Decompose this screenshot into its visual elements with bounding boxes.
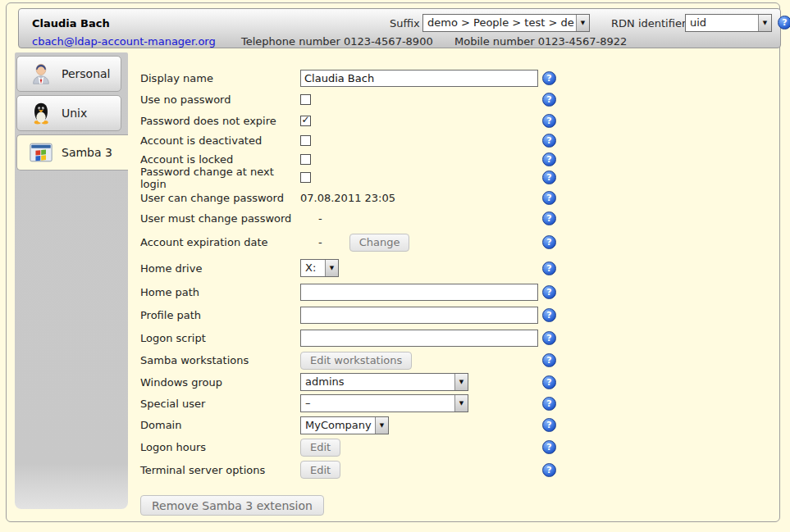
field-label: Account is deactivated: [140, 134, 300, 147]
edit-terminal-server-button[interactable]: Edit: [300, 461, 340, 479]
field-label: Use no password: [140, 93, 300, 106]
password-does-not-expire-checkbox[interactable]: [300, 116, 311, 126]
domain-value: MyCompany: [301, 417, 375, 434]
help-icon[interactable]: ?: [542, 418, 556, 432]
form-row-display-name: Display name ?: [140, 67, 575, 89]
form-row-user-must-change-password: User must change password - ?: [140, 208, 575, 229]
home-path-input[interactable]: [300, 284, 538, 301]
password-change-next-login-checkbox[interactable]: [300, 172, 311, 183]
suffix-label: Suffix: [390, 17, 420, 30]
form-row-windows-group: Windows group admins ▼ ?: [140, 371, 575, 393]
form-row-use-no-password: Use no password ?: [140, 89, 575, 110]
tab-unix-label: Unix: [62, 107, 87, 120]
help-icon[interactable]: ?: [542, 134, 556, 148]
help-icon[interactable]: ?: [778, 16, 790, 30]
dropdown-arrow-icon[interactable]: ▼: [454, 395, 468, 412]
field-label: Home path: [140, 286, 300, 298]
help-icon[interactable]: ?: [542, 235, 556, 249]
dropdown-arrow-icon[interactable]: ▼: [454, 374, 468, 390]
samba3-form: Display name ? Use no password ? Passwor…: [140, 67, 575, 516]
help-icon[interactable]: ?: [542, 331, 556, 345]
telephone-value: 0123-4567-8900: [344, 35, 433, 48]
field-label: Password change at next login: [140, 166, 300, 190]
form-row-logon-script: Logon script ?: [140, 326, 575, 349]
account-locked-checkbox[interactable]: [300, 154, 311, 165]
domain-select[interactable]: MyCompany ▼: [300, 416, 389, 434]
dropdown-arrow-icon[interactable]: ▼: [758, 15, 771, 31]
use-no-password-checkbox[interactable]: [300, 94, 311, 105]
form-row-special-user: Special user – ▼ ?: [140, 393, 575, 414]
tab-samba3-label: Samba 3: [62, 146, 112, 159]
tab-personal[interactable]: Personal: [16, 56, 121, 92]
help-icon[interactable]: ?: [542, 71, 556, 85]
must-change-password-value: -: [318, 212, 322, 225]
windows-icon: [29, 140, 53, 165]
field-label: Windows group: [140, 376, 300, 389]
field-label: Password does not expire: [140, 115, 300, 127]
home-drive-value: X:: [301, 260, 325, 276]
form-row-domain: Domain MyCompany ▼ ?: [140, 414, 575, 436]
account-title: Claudia Bach: [32, 17, 110, 30]
help-icon[interactable]: ?: [542, 440, 556, 454]
field-label: Special user: [140, 398, 300, 410]
field-label: Display name: [140, 72, 300, 84]
help-icon[interactable]: ?: [542, 114, 556, 128]
windows-group-select[interactable]: admins ▼: [300, 373, 468, 391]
edit-logon-hours-button[interactable]: Edit: [300, 439, 340, 457]
help-icon[interactable]: ?: [542, 308, 556, 322]
field-label: Samba workstations: [140, 354, 300, 366]
field-label: User must change password: [140, 212, 300, 225]
dropdown-arrow-icon[interactable]: ▼: [375, 417, 388, 434]
help-icon[interactable]: ?: [542, 211, 556, 225]
help-icon[interactable]: ?: [542, 261, 556, 275]
profile-path-input[interactable]: [300, 307, 538, 324]
tab-unix[interactable]: Unix: [16, 95, 121, 131]
suffix-select[interactable]: demo > People > test > de ▼: [422, 14, 590, 32]
email-link[interactable]: cbach@ldap-account-manager.org: [32, 35, 216, 48]
form-row-terminal-server: Terminal server options Edit ?: [140, 458, 575, 481]
help-icon[interactable]: ?: [542, 93, 556, 107]
help-icon[interactable]: ?: [542, 375, 556, 389]
tab-personal-label: Personal: [62, 67, 111, 80]
form-row-account-expiration: Account expiration date - Change ?: [140, 229, 575, 256]
field-label: Terminal server options: [140, 464, 300, 476]
help-icon[interactable]: ?: [542, 152, 556, 166]
display-name-input[interactable]: [300, 70, 538, 87]
help-icon[interactable]: ?: [542, 463, 556, 477]
account-deactivated-checkbox[interactable]: [300, 135, 311, 146]
rdn-identifier-select[interactable]: uid ▼: [685, 14, 772, 32]
account-header: Claudia Bach cbach@ldap-account-manager.…: [18, 8, 781, 48]
expiration-date-value: -: [318, 236, 322, 248]
help-icon[interactable]: ?: [542, 285, 556, 299]
help-icon[interactable]: ?: [542, 171, 556, 184]
remove-samba3-extension-button[interactable]: Remove Samba 3 extension: [140, 495, 324, 516]
logon-script-input[interactable]: [300, 330, 538, 347]
form-row-home-path: Home path ?: [140, 280, 575, 303]
field-label: Profile path: [140, 309, 300, 321]
home-drive-select[interactable]: X: ▼: [300, 259, 339, 277]
telephone-label: Telephone number: [241, 35, 340, 48]
help-icon[interactable]: ?: [542, 353, 556, 367]
mobile-number: Mobile number 0123-4567-8922: [454, 35, 627, 48]
field-label: User can change password: [140, 192, 300, 204]
module-sidebar: Personal Unix: [15, 52, 128, 509]
page-container: Claudia Bach cbach@ldap-account-manager.…: [6, 2, 780, 522]
field-label: Account is locked: [140, 153, 300, 166]
special-user-select[interactable]: – ▼: [300, 394, 468, 412]
change-expiration-button[interactable]: Change: [349, 234, 410, 252]
dropdown-arrow-icon[interactable]: ▼: [325, 260, 338, 276]
dropdown-arrow-icon[interactable]: ▼: [576, 15, 589, 31]
form-row-logon-hours: Logon hours Edit ?: [140, 436, 575, 458]
suffix-select-value: demo > People > test > de: [423, 15, 576, 31]
help-icon[interactable]: ?: [542, 191, 556, 205]
form-row-password-change-next-login: Password change at next login ?: [140, 168, 575, 187]
form-row-account-deactivated: Account is deactivated ?: [140, 131, 575, 150]
telephone-number: Telephone number 0123-4567-8900: [241, 35, 433, 48]
edit-workstations-button[interactable]: Edit workstations: [300, 352, 412, 370]
rdn-identifier-label: RDN identifier: [611, 17, 686, 30]
form-row-samba-workstations: Samba workstations Edit workstations ?: [140, 349, 575, 371]
help-icon[interactable]: ?: [542, 397, 556, 411]
rdn-select-value: uid: [686, 15, 758, 31]
field-label: Home drive: [140, 262, 300, 275]
tab-samba3[interactable]: Samba 3: [16, 134, 128, 171]
